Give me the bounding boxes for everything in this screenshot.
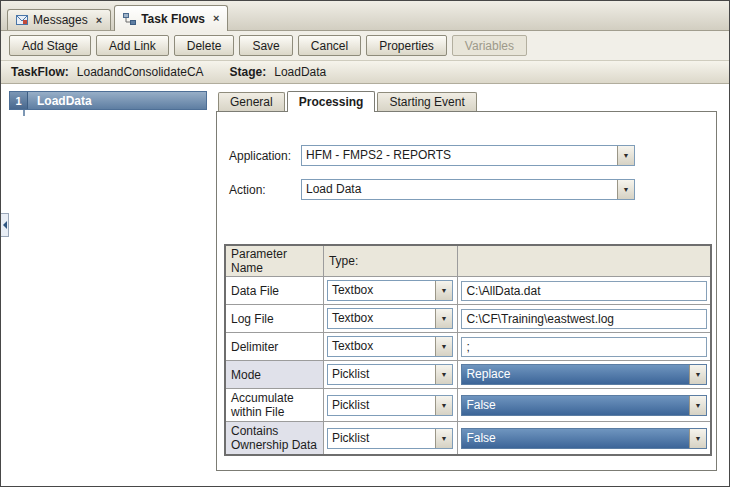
param-type-cell: Textbox ▼ bbox=[323, 333, 458, 361]
param-type-cell: Picklist ▼ bbox=[323, 361, 458, 389]
stage-connector-line bbox=[23, 110, 25, 116]
close-tab-icon[interactable]: × bbox=[213, 13, 219, 24]
ownership-picklist[interactable]: False ▼ bbox=[461, 428, 707, 449]
delimiter-input[interactable] bbox=[461, 337, 707, 357]
type-selected-value: Picklist bbox=[328, 429, 435, 448]
cancel-button[interactable]: Cancel bbox=[298, 35, 361, 56]
header-type: Type: bbox=[323, 245, 458, 277]
action-select[interactable]: Load Data ▼ bbox=[301, 179, 635, 200]
type-select[interactable]: Textbox ▼ bbox=[327, 336, 453, 357]
param-name-cell: Delimiter bbox=[225, 333, 323, 361]
type-selected-value: Picklist bbox=[328, 365, 435, 384]
collapse-panel-handle[interactable] bbox=[1, 213, 9, 237]
close-tab-icon[interactable]: × bbox=[96, 15, 102, 26]
type-select[interactable]: Picklist ▼ bbox=[327, 428, 453, 449]
add-link-button[interactable]: Add Link bbox=[96, 35, 169, 56]
header-value bbox=[458, 245, 711, 277]
tab-starting-event[interactable]: Starting Event bbox=[377, 92, 476, 111]
table-header-row: Parameter Name Type: bbox=[225, 245, 711, 277]
chevron-down-icon[interactable]: ▼ bbox=[435, 396, 452, 415]
chevron-down-icon[interactable]: ▼ bbox=[435, 309, 452, 328]
table-row: Data File Textbox ▼ bbox=[225, 277, 711, 305]
chevron-down-icon[interactable]: ▼ bbox=[435, 365, 452, 384]
chevron-down-icon[interactable]: ▼ bbox=[617, 146, 634, 165]
chevron-down-icon[interactable]: ▼ bbox=[689, 365, 706, 384]
param-type-cell: Textbox ▼ bbox=[323, 277, 458, 305]
mode-picklist[interactable]: Replace ▼ bbox=[461, 364, 707, 385]
picklist-selected-value: Replace bbox=[462, 365, 689, 384]
param-value-cell: False ▼ bbox=[458, 389, 711, 422]
document-tab-bar: Messages × Task Flows × bbox=[1, 1, 729, 31]
type-select[interactable]: Picklist ▼ bbox=[327, 395, 453, 416]
header-parameter-name: Parameter Name bbox=[225, 245, 323, 277]
type-selected-value: Textbox bbox=[328, 309, 435, 328]
accumulate-picklist[interactable]: False ▼ bbox=[461, 395, 707, 416]
param-name-cell: Log File bbox=[225, 305, 323, 333]
chevron-down-icon[interactable]: ▼ bbox=[435, 337, 452, 356]
messages-icon bbox=[16, 14, 28, 26]
param-value-cell bbox=[458, 333, 711, 361]
parameter-table: Parameter Name Type: Data File Textbox ▼ bbox=[224, 244, 712, 456]
task-flows-icon bbox=[123, 13, 136, 25]
param-type-cell: Textbox ▼ bbox=[323, 305, 458, 333]
type-select[interactable]: Textbox ▼ bbox=[327, 308, 453, 329]
param-name-cell: Mode bbox=[225, 361, 323, 389]
save-button[interactable]: Save bbox=[239, 35, 292, 56]
param-value-cell: Replace ▼ bbox=[458, 361, 711, 389]
collapse-left-icon bbox=[3, 221, 7, 229]
stage-item-loaddata[interactable]: 1 LoadData bbox=[9, 91, 207, 110]
taskflow-info-bar: TaskFlow: LoadandConsolidateCA Stage: Lo… bbox=[1, 60, 729, 84]
chevron-down-icon[interactable]: ▼ bbox=[689, 396, 706, 415]
tab-label: Messages bbox=[33, 13, 88, 27]
application-label: Application: bbox=[229, 149, 291, 163]
chevron-down-icon[interactable]: ▼ bbox=[617, 180, 634, 199]
action-selected-value: Load Data bbox=[302, 180, 617, 199]
application-select[interactable]: HFM - FMPS2 - REPORTS ▼ bbox=[301, 145, 635, 166]
taskflow-value: LoadandConsolidateCA bbox=[77, 65, 204, 79]
type-selected-value: Textbox bbox=[328, 281, 435, 300]
chevron-down-icon[interactable]: ▼ bbox=[435, 281, 452, 300]
toolbar: Add Stage Add Link Delete Save Cancel Pr… bbox=[1, 31, 729, 60]
processing-panel: Application: HFM - FMPS2 - REPORTS ▼ Act… bbox=[216, 111, 717, 471]
type-selected-value: Picklist bbox=[328, 396, 435, 415]
picklist-selected-value: False bbox=[462, 429, 689, 448]
tab-label: General bbox=[230, 95, 273, 109]
tab-processing[interactable]: Processing bbox=[287, 91, 376, 112]
taskflow-label: TaskFlow: bbox=[11, 65, 69, 79]
type-select[interactable]: Picklist ▼ bbox=[327, 364, 453, 385]
table-row: Contains Ownership Data Picklist ▼ False… bbox=[225, 422, 711, 456]
param-name-cell: Data File bbox=[225, 277, 323, 305]
table-row: Mode Picklist ▼ Replace ▼ bbox=[225, 361, 711, 389]
chevron-down-icon[interactable]: ▼ bbox=[435, 429, 452, 448]
stage-name: LoadData bbox=[28, 94, 92, 108]
data-file-input[interactable] bbox=[461, 281, 707, 301]
param-value-cell bbox=[458, 305, 711, 333]
param-value-cell bbox=[458, 277, 711, 305]
detail-tab-bar: General Processing Starting Event bbox=[218, 90, 479, 111]
param-name-cell: Contains Ownership Data bbox=[225, 422, 323, 456]
add-stage-button[interactable]: Add Stage bbox=[9, 35, 91, 56]
application-selected-value: HFM - FMPS2 - REPORTS bbox=[302, 146, 617, 165]
chevron-down-icon[interactable]: ▼ bbox=[689, 429, 706, 448]
properties-button[interactable]: Properties bbox=[366, 35, 447, 56]
variables-button: Variables bbox=[452, 35, 527, 56]
stage-label: Stage: bbox=[230, 65, 267, 79]
param-value-cell: False ▼ bbox=[458, 422, 711, 456]
type-select[interactable]: Textbox ▼ bbox=[327, 280, 453, 301]
tab-messages[interactable]: Messages × bbox=[7, 9, 111, 30]
delete-button[interactable]: Delete bbox=[174, 35, 235, 56]
picklist-selected-value: False bbox=[462, 396, 689, 415]
param-name-cell: Accumulate within File bbox=[225, 389, 323, 422]
table-row: Log File Textbox ▼ bbox=[225, 305, 711, 333]
tab-task-flows[interactable]: Task Flows × bbox=[114, 5, 228, 31]
param-type-cell: Picklist ▼ bbox=[323, 422, 458, 456]
tab-general[interactable]: General bbox=[218, 92, 285, 111]
type-selected-value: Textbox bbox=[328, 337, 435, 356]
tab-label: Task Flows bbox=[141, 12, 205, 26]
log-file-input[interactable] bbox=[461, 309, 707, 329]
tab-label: Processing bbox=[299, 95, 364, 109]
stage-number-badge: 1 bbox=[10, 92, 28, 109]
main-area: 1 LoadData General Processing Starting E… bbox=[1, 85, 729, 487]
stage-value: LoadData bbox=[274, 65, 326, 79]
action-label: Action: bbox=[229, 183, 266, 197]
